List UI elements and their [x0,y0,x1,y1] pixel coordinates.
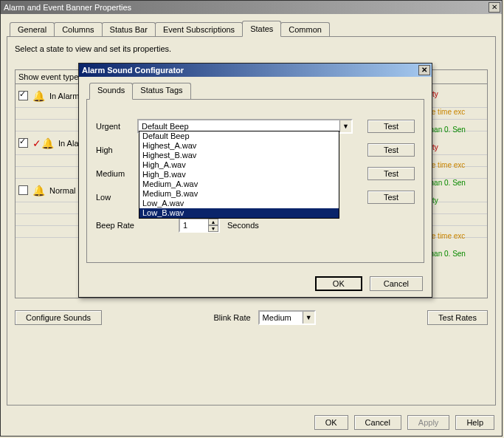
dropdown-option[interactable]: Medium_B.wav [139,189,339,199]
blink-rate-select[interactable]: Medium ▼ [258,310,316,325]
checkbox-normal[interactable] [18,185,28,195]
close-icon[interactable]: ✕ [489,2,500,13]
dialog-close-icon[interactable]: ✕ [418,65,430,75]
urgent-dropdown-list[interactable]: Default BeepHighest_A.wavHighest_B.wavHi… [139,131,339,219]
tab-event-subscriptions[interactable]: Event Subscriptions [155,22,243,36]
urgent-label: Urgent [96,122,130,131]
tab-status-tags[interactable]: Status Tags [132,83,190,99]
test-low-button[interactable]: Test [367,191,415,204]
tab-general[interactable]: General [10,22,55,36]
chevron-down-icon: ▼ [339,120,351,132]
state-label: Normal L [49,186,83,195]
main-tabs: General Columns Status Bar Event Subscri… [7,20,496,36]
cancel-button[interactable]: Cancel [354,415,401,430]
beep-rate-unit: Seconds [227,221,259,230]
chevron-down-icon: ▼ [303,312,314,324]
tab-columns[interactable]: Columns [54,22,102,36]
dropdown-option[interactable]: Low_A.wav [139,199,339,208]
low-label: Low [96,193,130,202]
main-titlebar[interactable]: Alarm and Event Banner Properties ✕ [1,1,502,14]
blink-rate-value: Medium [263,313,291,322]
beep-rate-spinner[interactable]: 1 ▲ ▼ [179,218,220,233]
dropdown-option[interactable]: Medium_A.wav [139,179,339,189]
bell-blue-icon: 🔔 [32,185,45,196]
lower-controls: Configure Sounds Blink Rate Medium ▼ Tes… [15,310,488,325]
help-button[interactable]: Help [455,415,494,430]
tab-status-bar[interactable]: Status Bar [102,22,156,36]
dialog-tabs: Sounds Status Tags [86,83,424,99]
tab-states[interactable]: States [242,21,281,37]
dialog-cancel-button[interactable]: Cancel [370,276,423,291]
tab-sounds[interactable]: Sounds [89,83,133,100]
dialog-titlebar[interactable]: Alarm Sound Configurator ✕ [79,64,432,77]
dropdown-option[interactable]: Highest_B.wav [139,151,339,160]
main-title: Alarm and Event Banner Properties [4,3,131,12]
medium-label: Medium [96,169,130,178]
state-label: In Alarm [49,92,79,100]
main-button-row: OK Cancel Apply Help [314,415,494,430]
spinner-down-icon[interactable]: ▼ [208,225,218,232]
urgent-value: Default Beep [142,122,189,131]
dialog-ok-button[interactable]: OK [315,276,362,291]
dropdown-option[interactable]: Highest_A.wav [139,141,339,151]
dropdown-option[interactable]: Default Beep [139,131,339,141]
main-window: Alarm and Event Banner Properties ✕ Gene… [0,0,503,437]
blink-rate-label: Blink Rate [213,313,250,322]
checkbox-in-alarm[interactable] [18,91,28,100]
tab-common[interactable]: Common [280,22,330,36]
configure-sounds-button[interactable]: Configure Sounds [15,310,102,325]
beep-rate-label: Beep Rate [96,221,134,230]
hint-text: Select a state to view and set its prope… [15,44,488,53]
test-medium-button[interactable]: Test [367,167,415,180]
apply-button: Apply [407,415,450,430]
dialog-button-row: OK Cancel [315,276,423,291]
alarm-sound-dialog: Alarm Sound Configurator ✕ Sounds Status… [78,63,432,298]
dropdown-option[interactable]: Low_B.wav [139,208,339,218]
test-urgent-button[interactable]: Test [367,120,415,133]
dropdown-option[interactable]: High_A.wav [139,160,339,170]
checkbox-in-alarm-ack[interactable] [18,138,28,148]
dialog-body: Sounds Status Tags Urgent Default Beep ▼… [79,77,432,297]
bell-icon: 🔔 [32,90,45,102]
ok-button[interactable]: OK [314,415,348,430]
test-high-button[interactable]: Test [367,143,415,157]
dropdown-option[interactable]: High_B.wav [139,170,339,179]
beep-rate-value: 1 [180,221,208,230]
spinner-up-icon[interactable]: ▲ [208,219,218,225]
dialog-panel-sounds: Urgent Default Beep ▼ Test High Test Med… [86,99,424,263]
dialog-title: Alarm Sound Configurator [82,66,184,75]
high-label: High [96,146,130,154]
bell-ack-icon: ✓🔔 [32,137,54,149]
beep-rate-row: Beep Rate 1 ▲ ▼ Seconds [96,218,259,233]
test-rates-button[interactable]: Test Rates [427,310,488,325]
